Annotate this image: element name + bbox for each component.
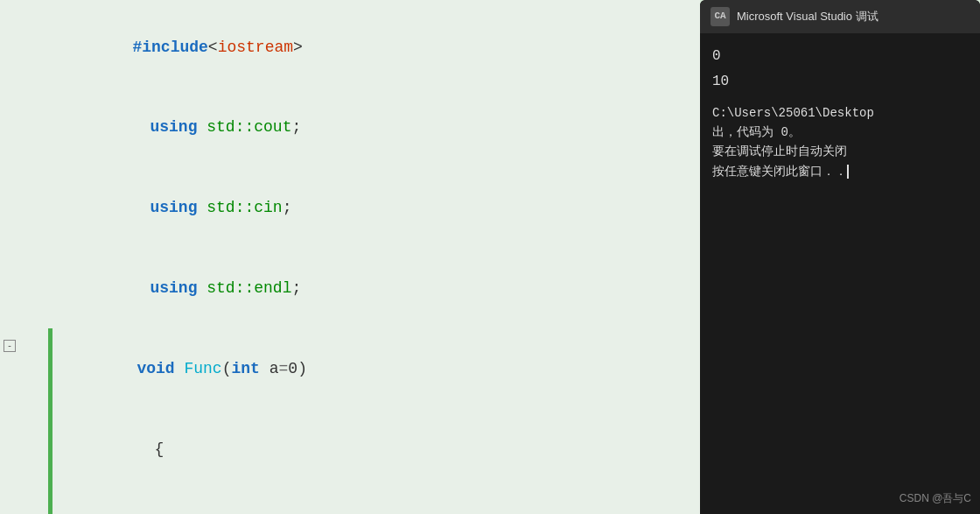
eq: =: [279, 360, 289, 377]
std-endl: std::endl: [206, 279, 291, 297]
output-line-2: 10: [712, 69, 968, 95]
func-name: Func: [184, 360, 221, 377]
line-content-7: cout << a << endl;: [52, 489, 351, 514]
terminal-cursor: [847, 165, 849, 179]
terminal-icon-label: CA: [714, 9, 725, 25]
param-a: a: [270, 360, 279, 377]
code-line-6: {: [0, 409, 700, 489]
terminal-icon: CA: [710, 7, 730, 26]
code-line-5: - void Func(int a=0): [0, 328, 700, 409]
keyword-using: using: [150, 118, 197, 136]
path-line-3: 要在调试停止时自动关闭: [712, 142, 968, 161]
semi: ;: [291, 118, 301, 136]
output-line-1: 0: [712, 44, 968, 69]
line-content-1: #include<iostream>: [48, 7, 303, 88]
zero: 0: [288, 360, 298, 377]
semi2: ;: [283, 199, 292, 216]
code-line-3: using std::cin;: [0, 168, 700, 249]
std-cout: std::cout: [206, 118, 291, 136]
code-line-2: using std::cout;: [0, 88, 700, 168]
terminal-titlebar: CA Microsoft Visual Studio 调试: [700, 0, 980, 33]
path-line-4: 按任意键关闭此窗口．．: [712, 162, 968, 181]
line-content-4: using std::endl;: [48, 248, 301, 328]
line-content-2: using std::cout;: [48, 88, 301, 168]
keyword-include: #include: [132, 39, 207, 56]
keyword-void: void: [136, 360, 174, 377]
keyword-int: int: [231, 360, 259, 377]
paren1: (: [222, 360, 232, 377]
keyword-using2: using: [150, 199, 197, 216]
path-line-1: C:\Users\25061\Desktop: [712, 103, 968, 123]
watermark: CSDN @吾与C: [900, 490, 971, 507]
line-content-6: {: [52, 409, 164, 489]
paren2: ): [298, 360, 307, 377]
terminal-panel: CA Microsoft Visual Studio 调试 0 10 C:\Us…: [700, 0, 980, 514]
std-cin: std::cin: [206, 199, 282, 216]
code-editor: #include<iostream> using std::cout; usin…: [0, 0, 700, 514]
punct2: >: [293, 39, 303, 56]
include-file: iostream: [218, 39, 293, 56]
open-brace-1: {: [154, 440, 164, 458]
semi3: ;: [291, 279, 301, 297]
line-content-5: void Func(int a=0): [52, 328, 307, 409]
terminal-path: C:\Users\25061\Desktop 出，代码为 0。 要在调试停止时自…: [712, 103, 968, 182]
line-content-3: using std::cin;: [48, 168, 291, 249]
code-line-1: #include<iostream>: [0, 7, 700, 88]
path-line-2: 出，代码为 0。: [712, 123, 968, 142]
punct: <: [208, 39, 218, 56]
code-line-7: cout << a << endl;: [0, 489, 700, 514]
keyword-using3: using: [150, 279, 197, 297]
fold-button-func[interactable]: -: [4, 340, 16, 352]
terminal-body: 0 10 C:\Users\25061\Desktop 出，代码为 0。 要在调…: [700, 33, 980, 514]
terminal-output: 0 10: [712, 44, 968, 95]
code-line-4: using std::endl;: [0, 248, 700, 328]
code-area: #include<iostream> using std::cout; usin…: [0, 0, 700, 514]
terminal-title: Microsoft Visual Studio 调试: [737, 8, 878, 26]
